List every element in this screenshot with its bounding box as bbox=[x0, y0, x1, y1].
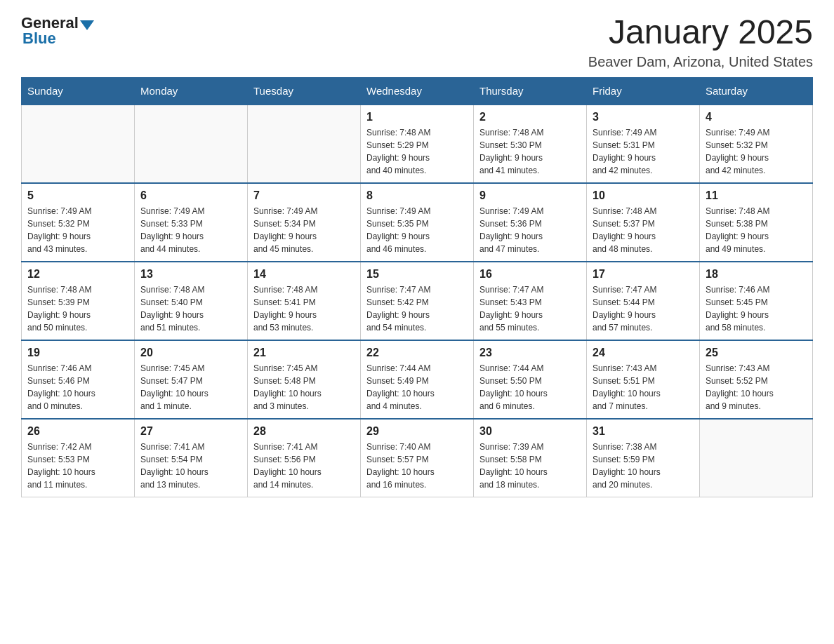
table-row bbox=[135, 105, 248, 183]
table-row: 9Sunrise: 7:49 AM Sunset: 5:36 PM Daylig… bbox=[474, 183, 587, 262]
day-info: Sunrise: 7:44 AM Sunset: 5:49 PM Dayligh… bbox=[366, 362, 468, 412]
table-row: 23Sunrise: 7:44 AM Sunset: 5:50 PM Dayli… bbox=[474, 340, 587, 419]
table-row: 7Sunrise: 7:49 AM Sunset: 5:34 PM Daylig… bbox=[248, 183, 361, 262]
day-info: Sunrise: 7:49 AM Sunset: 5:31 PM Dayligh… bbox=[593, 126, 694, 177]
day-of-week-header: Monday bbox=[135, 77, 248, 105]
table-row: 4Sunrise: 7:49 AM Sunset: 5:32 PM Daylig… bbox=[700, 105, 813, 183]
table-row: 6Sunrise: 7:49 AM Sunset: 5:33 PM Daylig… bbox=[135, 183, 248, 262]
table-row: 26Sunrise: 7:42 AM Sunset: 5:53 PM Dayli… bbox=[22, 419, 135, 497]
day-info: Sunrise: 7:38 AM Sunset: 5:59 PM Dayligh… bbox=[593, 441, 694, 491]
table-row: 3Sunrise: 7:49 AM Sunset: 5:31 PM Daylig… bbox=[587, 105, 700, 183]
table-row bbox=[700, 419, 813, 497]
day-info: Sunrise: 7:43 AM Sunset: 5:51 PM Dayligh… bbox=[593, 362, 694, 412]
table-row: 22Sunrise: 7:44 AM Sunset: 5:49 PM Dayli… bbox=[361, 340, 474, 419]
day-info: Sunrise: 7:49 AM Sunset: 5:32 PM Dayligh… bbox=[706, 126, 807, 177]
logo-arrow-icon bbox=[80, 20, 94, 30]
day-info: Sunrise: 7:40 AM Sunset: 5:57 PM Dayligh… bbox=[366, 441, 468, 491]
day-number: 9 bbox=[479, 189, 581, 202]
table-row: 14Sunrise: 7:48 AM Sunset: 5:41 PM Dayli… bbox=[248, 262, 361, 340]
day-number: 30 bbox=[479, 425, 581, 438]
day-of-week-header: Thursday bbox=[474, 77, 587, 105]
day-number: 15 bbox=[366, 268, 468, 281]
day-info: Sunrise: 7:43 AM Sunset: 5:52 PM Dayligh… bbox=[706, 362, 807, 412]
day-info: Sunrise: 7:41 AM Sunset: 5:56 PM Dayligh… bbox=[253, 441, 355, 491]
calendar-week-row: 1Sunrise: 7:48 AM Sunset: 5:29 PM Daylig… bbox=[22, 105, 813, 183]
day-number: 10 bbox=[593, 189, 694, 202]
table-row: 5Sunrise: 7:49 AM Sunset: 5:32 PM Daylig… bbox=[22, 183, 135, 262]
table-row: 12Sunrise: 7:48 AM Sunset: 5:39 PM Dayli… bbox=[22, 262, 135, 340]
day-info: Sunrise: 7:45 AM Sunset: 5:48 PM Dayligh… bbox=[253, 362, 355, 412]
day-info: Sunrise: 7:46 AM Sunset: 5:45 PM Dayligh… bbox=[706, 283, 807, 334]
day-number: 14 bbox=[253, 268, 355, 281]
calendar-table: SundayMondayTuesdayWednesdayThursdayFrid… bbox=[21, 77, 813, 497]
table-row: 20Sunrise: 7:45 AM Sunset: 5:47 PM Dayli… bbox=[135, 340, 248, 419]
day-info: Sunrise: 7:49 AM Sunset: 5:33 PM Dayligh… bbox=[140, 205, 241, 255]
day-number: 31 bbox=[593, 425, 694, 438]
day-number: 18 bbox=[706, 268, 807, 281]
day-of-week-header: Saturday bbox=[700, 77, 813, 105]
table-row: 15Sunrise: 7:47 AM Sunset: 5:42 PM Dayli… bbox=[361, 262, 474, 340]
title-section: January 2025 Beaver Dam, Arizona, United… bbox=[588, 14, 813, 70]
day-info: Sunrise: 7:49 AM Sunset: 5:36 PM Dayligh… bbox=[479, 205, 581, 255]
day-info: Sunrise: 7:44 AM Sunset: 5:50 PM Dayligh… bbox=[479, 362, 581, 412]
day-info: Sunrise: 7:49 AM Sunset: 5:32 PM Dayligh… bbox=[27, 205, 128, 255]
day-number: 5 bbox=[27, 189, 128, 202]
table-row: 31Sunrise: 7:38 AM Sunset: 5:59 PM Dayli… bbox=[587, 419, 700, 497]
day-number: 23 bbox=[479, 347, 581, 359]
table-row: 21Sunrise: 7:45 AM Sunset: 5:48 PM Dayli… bbox=[248, 340, 361, 419]
table-row: 30Sunrise: 7:39 AM Sunset: 5:58 PM Dayli… bbox=[474, 419, 587, 497]
day-number: 22 bbox=[366, 347, 468, 359]
calendar-week-row: 12Sunrise: 7:48 AM Sunset: 5:39 PM Dayli… bbox=[22, 262, 813, 340]
day-number: 11 bbox=[706, 189, 807, 202]
day-info: Sunrise: 7:49 AM Sunset: 5:34 PM Dayligh… bbox=[253, 205, 355, 255]
day-number: 13 bbox=[140, 268, 241, 281]
day-number: 25 bbox=[706, 347, 807, 359]
logo: General Blue bbox=[21, 14, 94, 48]
table-row bbox=[248, 105, 361, 183]
day-number: 1 bbox=[366, 111, 468, 123]
table-row: 2Sunrise: 7:48 AM Sunset: 5:30 PM Daylig… bbox=[474, 105, 587, 183]
day-info: Sunrise: 7:48 AM Sunset: 5:38 PM Dayligh… bbox=[706, 205, 807, 255]
table-row: 25Sunrise: 7:43 AM Sunset: 5:52 PM Dayli… bbox=[700, 340, 813, 419]
day-number: 20 bbox=[140, 347, 241, 359]
day-info: Sunrise: 7:48 AM Sunset: 5:29 PM Dayligh… bbox=[366, 126, 468, 177]
day-info: Sunrise: 7:47 AM Sunset: 5:42 PM Dayligh… bbox=[366, 283, 468, 334]
day-number: 2 bbox=[479, 111, 581, 123]
table-row: 28Sunrise: 7:41 AM Sunset: 5:56 PM Dayli… bbox=[248, 419, 361, 497]
day-number: 26 bbox=[27, 425, 128, 438]
calendar-week-row: 5Sunrise: 7:49 AM Sunset: 5:32 PM Daylig… bbox=[22, 183, 813, 262]
table-row: 18Sunrise: 7:46 AM Sunset: 5:45 PM Dayli… bbox=[700, 262, 813, 340]
day-number: 4 bbox=[706, 111, 807, 123]
day-info: Sunrise: 7:42 AM Sunset: 5:53 PM Dayligh… bbox=[27, 441, 128, 491]
table-row: 24Sunrise: 7:43 AM Sunset: 5:51 PM Dayli… bbox=[587, 340, 700, 419]
day-of-week-header: Wednesday bbox=[361, 77, 474, 105]
table-row: 13Sunrise: 7:48 AM Sunset: 5:40 PM Dayli… bbox=[135, 262, 248, 340]
day-number: 28 bbox=[253, 425, 355, 438]
table-row: 10Sunrise: 7:48 AM Sunset: 5:37 PM Dayli… bbox=[587, 183, 700, 262]
day-info: Sunrise: 7:47 AM Sunset: 5:44 PM Dayligh… bbox=[593, 283, 694, 334]
table-row: 16Sunrise: 7:47 AM Sunset: 5:43 PM Dayli… bbox=[474, 262, 587, 340]
day-number: 24 bbox=[593, 347, 694, 359]
table-row: 27Sunrise: 7:41 AM Sunset: 5:54 PM Dayli… bbox=[135, 419, 248, 497]
day-number: 17 bbox=[593, 268, 694, 281]
calendar-header-row: SundayMondayTuesdayWednesdayThursdayFrid… bbox=[22, 77, 813, 105]
day-info: Sunrise: 7:46 AM Sunset: 5:46 PM Dayligh… bbox=[27, 362, 128, 412]
table-row: 1Sunrise: 7:48 AM Sunset: 5:29 PM Daylig… bbox=[361, 105, 474, 183]
table-row: 19Sunrise: 7:46 AM Sunset: 5:46 PM Dayli… bbox=[22, 340, 135, 419]
day-number: 6 bbox=[140, 189, 241, 202]
day-number: 29 bbox=[366, 425, 468, 438]
day-of-week-header: Sunday bbox=[22, 77, 135, 105]
page-header: General Blue January 2025 Beaver Dam, Ar… bbox=[21, 14, 813, 70]
day-number: 27 bbox=[140, 425, 241, 438]
table-row: 17Sunrise: 7:47 AM Sunset: 5:44 PM Dayli… bbox=[587, 262, 700, 340]
day-info: Sunrise: 7:47 AM Sunset: 5:43 PM Dayligh… bbox=[479, 283, 581, 334]
month-title: January 2025 bbox=[588, 14, 813, 51]
day-info: Sunrise: 7:48 AM Sunset: 5:39 PM Dayligh… bbox=[27, 283, 128, 334]
day-info: Sunrise: 7:48 AM Sunset: 5:41 PM Dayligh… bbox=[253, 283, 355, 334]
day-info: Sunrise: 7:41 AM Sunset: 5:54 PM Dayligh… bbox=[140, 441, 241, 491]
day-of-week-header: Tuesday bbox=[248, 77, 361, 105]
day-info: Sunrise: 7:48 AM Sunset: 5:40 PM Dayligh… bbox=[140, 283, 241, 334]
day-number: 19 bbox=[27, 347, 128, 359]
day-number: 12 bbox=[27, 268, 128, 281]
day-info: Sunrise: 7:39 AM Sunset: 5:58 PM Dayligh… bbox=[479, 441, 581, 491]
